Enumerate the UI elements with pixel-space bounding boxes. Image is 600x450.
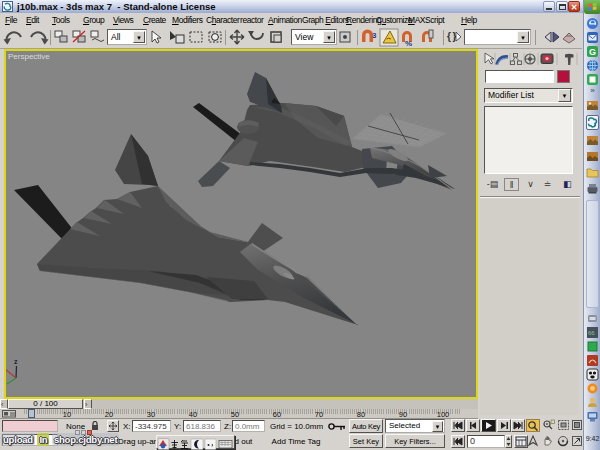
svg-text:66: 66 [588, 330, 595, 336]
svg-text:3: 3 [372, 31, 377, 40]
svg-text:z: z [14, 358, 18, 365]
svg-text:{ }: { } [447, 31, 457, 42]
svg-text:%: % [405, 39, 412, 48]
svg-text:G: G [589, 47, 596, 57]
